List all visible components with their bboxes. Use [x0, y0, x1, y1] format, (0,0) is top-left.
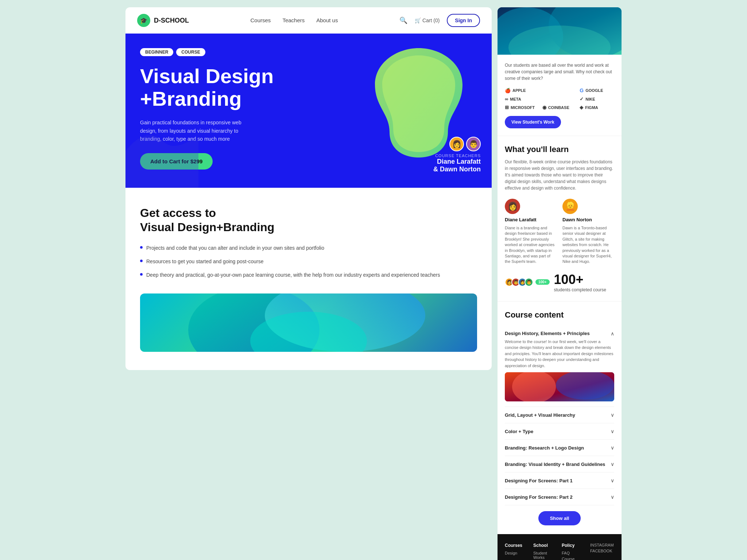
cart-button[interactable]: 🛒 Cart (0) [415, 18, 440, 23]
company-logos: 🍎 APPLE G GOOGLE ∞ META ✓ NIKE [505, 88, 614, 110]
teacher-card-2: 👱 Dawn Norton Dawn is a Toronto-based se… [562, 199, 614, 265]
students-description: Our students are based all over the worl… [505, 62, 614, 82]
module-4: Branding: Research + Logo Design ∨ [505, 440, 614, 456]
footer-link-faq[interactable]: FAQ [562, 551, 586, 555]
course-content-section: Course content Design History, Elements … [498, 302, 622, 534]
module-5-header[interactable]: Branding: Visual Identity + Brand Guidel… [505, 461, 614, 467]
module-1-description: Welcome to the course! In our first week… [505, 339, 614, 369]
nav-courses[interactable]: Courses [251, 17, 271, 23]
students-count-text: 100+ students completed course [554, 272, 606, 292]
teacher-bio-1: Diane is a branding and design freelance… [505, 225, 557, 265]
module-3-header[interactable]: Color + Type ∨ [505, 428, 614, 434]
logo-icon: 🎓 [137, 14, 150, 27]
footer: Courses Design School Student Works Poli… [498, 534, 622, 560]
chevron-down-icon: ∨ [611, 494, 614, 500]
company-microsoft: ⊞ MICROSOFT [505, 105, 539, 110]
teachers-grid: 👩 Diane Larafatt Diane is a branding and… [505, 199, 614, 265]
module-3: Color + Type ∨ [505, 423, 614, 440]
teacher-avatar-diane: 👩 [505, 199, 520, 214]
module-5-title: Branding: Visual Identity + Brand Guidel… [505, 462, 605, 467]
count-label: students completed course [554, 287, 606, 292]
module-1: Design History, Elements + Principles ∧ … [505, 326, 614, 407]
navbar: 🎓 D-SCHOOL Courses Teachers About us 🔍 🛒… [125, 7, 492, 34]
search-icon[interactable]: 🔍 [399, 16, 407, 24]
module-5: Branding: Visual Identity + Brand Guidel… [505, 456, 614, 472]
teacher-avatar-2: 👨 [466, 137, 481, 151]
signin-button[interactable]: Sign In [447, 14, 480, 27]
show-all-button[interactable]: Show all [538, 511, 581, 525]
footer-link-instagram[interactable]: INSTAGRAM [590, 543, 614, 547]
footer-link-design[interactable]: Design [505, 551, 529, 555]
company-apple: 🍎 APPLE [505, 88, 539, 93]
company-google: G GOOGLE [580, 88, 614, 93]
footer-grid: Courses Design School Student Works Poli… [505, 543, 614, 560]
nav-right: 🔍 🛒 Cart (0) Sign In [399, 14, 480, 27]
teachers-badge: 👩 👨 COURSE TEACHERS Diane Larafatt & Daw… [433, 137, 481, 173]
count-number: 100+ [554, 272, 584, 287]
footer-col-school: School Student Works [533, 543, 557, 560]
module-6: Designing For Screens: Part 1 ∨ [505, 472, 614, 489]
students-section: Our students are based all over the worl… [498, 55, 622, 136]
module-6-title: Designing For Screens: Part 1 [505, 478, 573, 483]
preview-blob [140, 293, 477, 352]
module-2-header[interactable]: Grid, Layout + Visual Hierarchy ∨ [505, 412, 614, 418]
access-section: Get access to Visual Design+Branding Pro… [125, 188, 492, 370]
chevron-down-icon: ∨ [611, 412, 614, 418]
module-4-header[interactable]: Branding: Research + Logo Design ∨ [505, 445, 614, 451]
company-spacer2 [542, 96, 577, 102]
hero-wave-decoration [125, 115, 198, 188]
teachers-avatars: 👩 👨 [433, 137, 481, 151]
learn-title: What you'll learn [505, 145, 614, 154]
module-6-header[interactable]: Designing For Screens: Part 1 ∨ [505, 478, 614, 483]
footer-policy-title: Policy [562, 543, 586, 548]
teachers-name: Diane Larafatt & Dawn Norton [433, 158, 481, 173]
feature-item: Deep theory and practical, go-at-your-ow… [140, 271, 477, 279]
company-meta: ∞ META [505, 96, 539, 102]
nav-about[interactable]: About us [316, 17, 338, 23]
footer-link-facebook[interactable]: FACEBOOK [590, 549, 614, 553]
module-1-title: Design History, Elements + Principles [505, 331, 590, 336]
learn-section: What you'll learn Our flexible, 8-week o… [498, 136, 622, 302]
learn-description: Our flexible, 8-week online course provi… [505, 159, 614, 191]
feature-item: Resources to get you started and going p… [140, 258, 477, 265]
logo-text: D-SCHOOL [154, 17, 189, 24]
footer-col-courses: Courses Design [505, 543, 529, 560]
module-7-header[interactable]: Designing For Screens: Part 2 ∨ [505, 494, 614, 500]
chevron-down-icon: ∨ [611, 445, 614, 451]
badge-beginner: BEGINNER [140, 48, 173, 56]
bullet-dot [140, 260, 143, 262]
module-3-title: Color + Type [505, 429, 533, 434]
teacher-name-2: Dawn Norton [562, 217, 614, 222]
chevron-down-icon: ∨ [611, 428, 614, 434]
chevron-up-icon: ∧ [611, 331, 614, 337]
nav-links: Courses Teachers About us [251, 17, 338, 24]
access-title: Get access to Visual Design+Branding [140, 206, 477, 234]
module-2: Grid, Layout + Visual Hierarchy ∨ [505, 407, 614, 423]
footer-col-social: INSTAGRAM FACEBOOK [590, 543, 614, 560]
footer-school-title: School [533, 543, 557, 548]
preview-image [140, 293, 477, 352]
footer-link-student-works[interactable]: Student Works [533, 551, 557, 560]
bullet-dot [140, 246, 143, 249]
course-content-title: Course content [505, 310, 614, 320]
view-students-button[interactable]: View Student's Work [505, 116, 561, 128]
students-mini-avatars: 👩 👨 👩 👨 100+ [505, 278, 550, 287]
module-7-title: Designing For Screens: Part 2 [505, 494, 573, 500]
company-figma: ◈ FIGMA [580, 105, 614, 110]
teacher-card-1: 👩 Diane Larafatt Diane is a branding and… [505, 199, 557, 265]
nav-teachers[interactable]: Teachers [282, 17, 305, 23]
logo[interactable]: 🎓 D-SCHOOL [137, 14, 189, 27]
module-1-thumbnail [505, 372, 614, 401]
company-spacer [542, 88, 577, 93]
teachers-label: COURSE TEACHERS [433, 153, 481, 158]
module-4-title: Branding: Research + Logo Design [505, 445, 584, 451]
bullet-dot [140, 273, 143, 276]
hero-thumbnail [498, 7, 622, 55]
footer-courses-title: Courses [505, 543, 529, 548]
company-coinbase: ◉ COINBASE [542, 105, 577, 110]
hero-section: BEGINNER COURSE Visual Design +Branding … [125, 34, 492, 188]
company-nike: ✓ NIKE [580, 96, 614, 102]
module-1-header[interactable]: Design History, Elements + Principles ∧ [505, 331, 614, 337]
footer-link-course-policy[interactable]: Course Policy [562, 557, 586, 560]
teacher-avatar-dawn: 👱 [562, 199, 578, 214]
